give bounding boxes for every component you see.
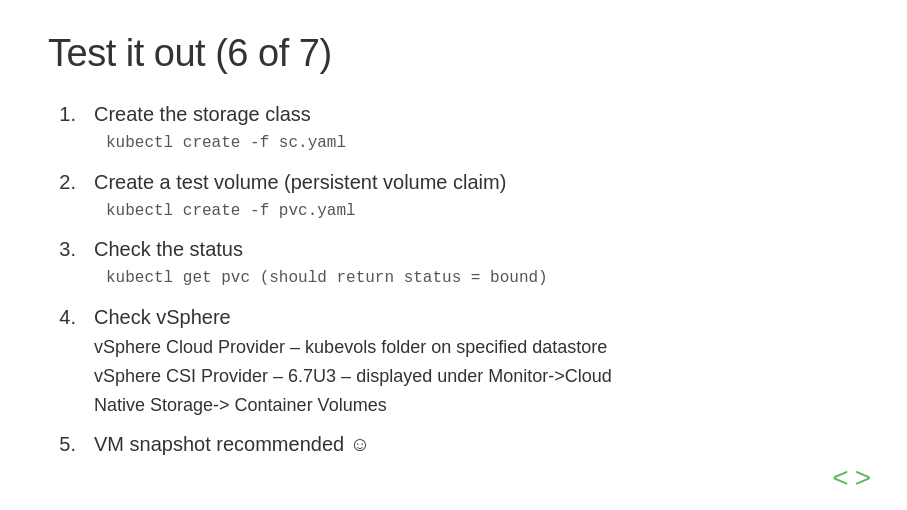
list-item-subtext-2: Native Storage-> Container Volumes xyxy=(94,392,612,419)
prev-icon[interactable]: < xyxy=(832,464,848,492)
list-item-content: Check the status kubectl get pvc (should… xyxy=(94,234,548,292)
list-item-content: Create the storage class kubectl create … xyxy=(94,99,346,157)
next-icon[interactable]: > xyxy=(855,464,871,492)
list-item-main: Create the storage class xyxy=(94,99,346,129)
list-item: 2. Create a test volume (persistent volu… xyxy=(48,167,859,225)
list-item-main: Create a test volume (persistent volume … xyxy=(94,167,506,197)
list-item-main: VM snapshot recommended ☺ xyxy=(94,429,370,459)
list-item-subtext-0: vSphere Cloud Provider – kubevols folder… xyxy=(94,334,612,361)
list-item: 3. Check the status kubectl get pvc (sho… xyxy=(48,234,859,292)
list-number: 1. xyxy=(48,99,76,129)
list-item: 5. VM snapshot recommended ☺ xyxy=(48,429,859,459)
list-item-main: Check vSphere xyxy=(94,302,612,332)
list-item-code: kubectl create -f pvc.yaml xyxy=(94,199,506,225)
list-item-content: VM snapshot recommended ☺ xyxy=(94,429,370,459)
inline-code: kubectl get pvc xyxy=(106,269,250,287)
list-number: 5. xyxy=(48,429,76,459)
content-list: 1. Create the storage class kubectl crea… xyxy=(48,99,859,459)
list-item-main: Check the status xyxy=(94,234,548,264)
list-item-code-inline: kubectl get pvc (should return status = … xyxy=(94,266,548,292)
list-item-content: Create a test volume (persistent volume … xyxy=(94,167,506,225)
list-number: 4. xyxy=(48,302,76,332)
list-item: 4. Check vSphere vSphere Cloud Provider … xyxy=(48,302,859,419)
list-item-subtext-1: vSphere CSI Provider – 6.7U3 – displayed… xyxy=(94,363,612,390)
code-suffix: (should return status = bound) xyxy=(250,269,548,287)
list-number: 2. xyxy=(48,167,76,197)
list-item-code: kubectl create -f sc.yaml xyxy=(94,131,346,157)
list-item-content: Check vSphere vSphere Cloud Provider – k… xyxy=(94,302,612,419)
list-number: 3. xyxy=(48,234,76,264)
page-title: Test it out (6 of 7) xyxy=(48,32,859,75)
nav-icons: < > xyxy=(832,464,871,492)
list-item: 1. Create the storage class kubectl crea… xyxy=(48,99,859,157)
